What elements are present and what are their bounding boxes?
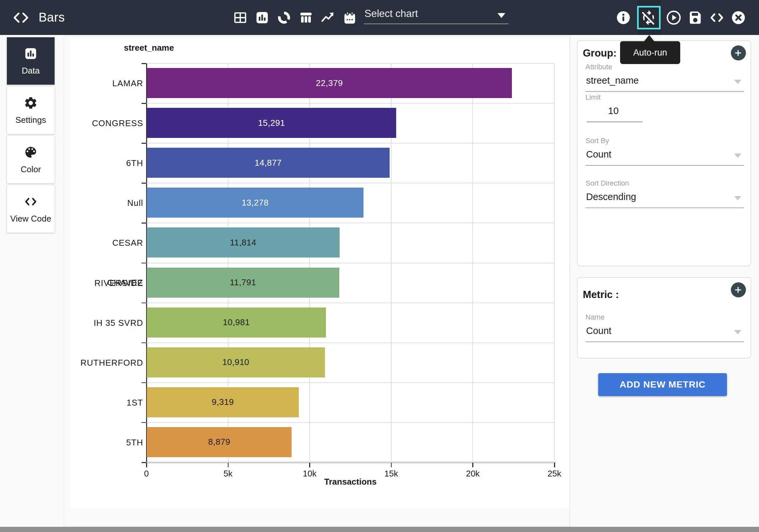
palette-icon — [23, 145, 38, 161]
sidebar-item-color[interactable]: Color — [7, 136, 55, 183]
sidebar-item-label: View Code — [10, 214, 51, 224]
add-new-metric-button[interactable]: ADD NEW METRIC — [598, 373, 727, 396]
bar: 10,981 — [147, 308, 326, 338]
category-label: RIVERSIDE — [74, 263, 143, 303]
sort-direction-select[interactable]: Descending — [586, 192, 744, 205]
bar-value-label: 10,910 — [147, 347, 325, 377]
field-underline — [585, 91, 744, 92]
table-icon[interactable] — [233, 10, 248, 25]
field-underline — [585, 341, 744, 342]
bar-value-label: 11,814 — [147, 227, 340, 257]
save-button[interactable] — [687, 9, 704, 26]
sidebar: DataSettingsColorView Code — [7, 37, 55, 235]
code-chevrons-icon — [12, 23, 30, 28]
config-panel-area: Group: 1 Attributestreet_nameLimit10Sort… — [570, 35, 759, 527]
x-axis-tick — [391, 463, 392, 467]
grid-line-horizontal — [146, 103, 554, 103]
limit-input[interactable]: 10 — [585, 105, 641, 119]
bar: 10,910 — [147, 347, 325, 377]
bar-value-label: 11,791 — [147, 268, 339, 298]
attribute-select[interactable]: street_name — [586, 75, 744, 89]
close-button[interactable] — [730, 9, 747, 26]
gear-icon — [23, 96, 38, 111]
select-chart-label: Select chart — [365, 8, 418, 19]
group-panel: Group: 1 Attributestreet_nameLimit10Sort… — [577, 40, 751, 266]
name-select[interactable]: Count — [586, 325, 744, 339]
x-axis-tick — [309, 463, 310, 467]
field-label: Attribute — [585, 63, 612, 71]
sort-by-select[interactable]: Count — [586, 149, 744, 163]
back-code-button[interactable] — [11, 9, 31, 27]
sidebar-item-settings[interactable]: Settings — [7, 87, 55, 134]
field-attribute: Attributestreet_name — [585, 63, 744, 95]
field-label: Sort By — [585, 136, 609, 145]
line-chart-icon[interactable] — [320, 10, 336, 25]
run-button[interactable] — [665, 9, 683, 26]
field-sort-by: Sort ByCount — [585, 136, 744, 169]
grid-line-horizontal — [146, 183, 554, 183]
bar-chart-icon[interactable] — [255, 10, 270, 25]
autorun-tooltip: Auto-run — [620, 41, 680, 64]
grid-line-horizontal — [146, 63, 554, 64]
x-axis-title: Transactions — [146, 477, 554, 487]
app-title: Bars — [39, 0, 65, 35]
chevron-down-icon — [734, 154, 741, 158]
sidebar-item-view-code[interactable]: View Code — [7, 185, 55, 233]
code-icon — [709, 10, 726, 26]
chevron-down-icon — [734, 330, 741, 334]
field-limit: Limit10 — [585, 93, 744, 126]
autorun-highlight-strip — [637, 0, 661, 35]
auto-run-button[interactable] — [640, 9, 657, 26]
bar: 9,319 — [147, 387, 299, 417]
field-underline — [587, 122, 643, 122]
field-label: Sort Direction — [585, 179, 629, 188]
sidebar-item-label: Color — [20, 164, 41, 174]
chart-title: street_name — [124, 43, 174, 53]
select-chart-dropdown[interactable]: Select chart — [364, 6, 509, 24]
bar: 14,877 — [147, 148, 390, 178]
category-label: 6TH — [74, 143, 143, 183]
category-label: 1ST — [74, 383, 143, 423]
x-axis-tick — [146, 463, 147, 467]
category-label: RUTHERFORD — [74, 343, 143, 383]
sidebar-item-label: Settings — [15, 115, 46, 125]
grid-line-horizontal — [146, 222, 554, 223]
info-icon — [615, 10, 632, 26]
calendar-icon[interactable] — [342, 10, 358, 25]
chevron-down-icon — [734, 80, 741, 84]
chevron-down-icon — [498, 13, 505, 18]
category-label: 5TH — [74, 423, 143, 462]
sidebar-item-data[interactable]: Data — [7, 37, 55, 85]
bar: 11,791 — [147, 268, 339, 298]
play-icon — [665, 10, 683, 26]
grid-line-horizontal — [146, 263, 554, 263]
grid-line-horizontal — [146, 143, 554, 143]
bar-value-label: 10,981 — [147, 308, 326, 338]
field-underline — [585, 165, 744, 166]
field-label: Limit — [585, 93, 600, 102]
group-fields: Attributestreet_nameLimit10Sort ByCountS… — [585, 41, 744, 266]
bar-value-label: 13,278 — [147, 188, 364, 218]
horizontal-scrollbar[interactable] — [0, 527, 759, 532]
category-label: CESAR CHAVEZ — [74, 223, 143, 263]
bar-value-label: 8,879 — [147, 427, 292, 457]
category-label: Null — [74, 183, 143, 223]
donut-icon[interactable] — [277, 10, 292, 25]
columns-icon[interactable] — [299, 10, 314, 25]
x-axis-tick — [554, 463, 555, 467]
page: Bars Select chart Auto-run DataSettingsC… — [0, 0, 759, 532]
chevron-down-icon — [734, 196, 741, 200]
grid-line-horizontal — [146, 422, 554, 423]
bar-chart-icon — [23, 46, 38, 62]
metric-panel: Metric : NameCount — [577, 277, 751, 359]
category-label: IH 35 SVRD — [74, 303, 143, 343]
grid-line-horizontal — [146, 303, 554, 303]
field-name: NameCount — [585, 313, 744, 346]
bar: 22,379 — [147, 68, 512, 98]
nav-actions — [615, 0, 747, 35]
category-label: LAMAR — [74, 63, 143, 103]
x-axis-tick — [228, 463, 229, 467]
code-button[interactable] — [709, 9, 726, 26]
tooltip-arrow — [644, 35, 655, 42]
info-button[interactable] — [615, 9, 632, 26]
